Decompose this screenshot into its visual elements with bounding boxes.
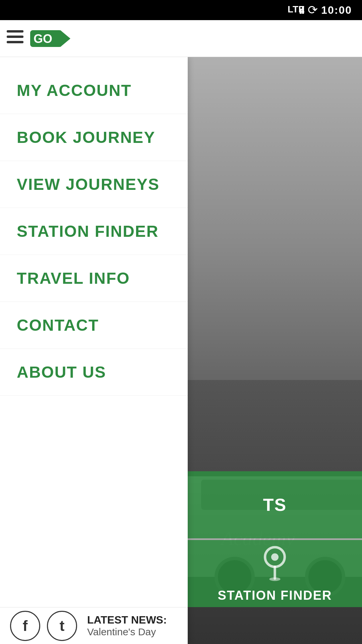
signal-icon: LTE	[288, 2, 304, 18]
status-icons: LTE ⟳ 10:00	[288, 2, 352, 18]
svg-text:GO: GO	[34, 32, 52, 46]
svg-point-10	[271, 553, 279, 560]
sidebar-item-station-finder[interactable]: STATION FINDER	[0, 208, 188, 255]
right-panel: Academy TS STATION FINDER	[188, 57, 362, 644]
sidebar-item-my-account[interactable]: MY ACCOUNT	[0, 67, 188, 114]
sidebar-item-contact[interactable]: CONTACT	[0, 302, 188, 349]
hamburger-menu-icon[interactable]	[7, 30, 23, 47]
svg-rect-5	[7, 41, 23, 43]
svg-text:LTE: LTE	[288, 4, 304, 14]
latest-news: LATEST NEWS: Valentine's Day	[87, 614, 167, 638]
facebook-button[interactable]: f	[10, 611, 40, 641]
sidebar-item-label-my-account: MY ACCOUNT	[17, 81, 132, 100]
clock: 10:00	[321, 4, 352, 16]
twitter-icon: t	[60, 618, 65, 634]
sidebar: MY ACCOUNTBOOK JOURNEYVIEW JOURNEYSSTATI…	[0, 57, 188, 644]
sidebar-item-label-station-finder: STATION FINDER	[17, 222, 159, 240]
svg-point-12	[269, 577, 281, 581]
sidebar-item-book-journey[interactable]: BOOK JOURNEY	[0, 114, 188, 161]
sky	[188, 57, 362, 380]
sidebar-item-view-journeys[interactable]: VIEW JOURNEYS	[0, 161, 188, 208]
sidebar-item-label-view-journeys: VIEW JOURNEYS	[17, 175, 160, 194]
sidebar-bottom: f t LATEST NEWS: Valentine's Day	[0, 607, 188, 644]
sidebar-item-label-book-journey: BOOK JOURNEY	[17, 128, 155, 147]
station-finder-label: STATION FINDER	[218, 588, 332, 603]
svg-rect-4	[7, 36, 23, 38]
go-logo-svg: GO	[30, 27, 70, 50]
station-finder-button[interactable]: STATION FINDER	[188, 540, 362, 607]
latest-news-subtitle: Valentine's Day	[87, 626, 167, 638]
header: GO	[0, 20, 362, 57]
journeys-button[interactable]: TS	[188, 471, 362, 538]
twitter-button[interactable]: t	[47, 611, 77, 641]
sidebar-item-label-about-us: ABOUT US	[17, 363, 106, 381]
status-bar: LTE ⟳ 10:00	[0, 0, 362, 20]
facebook-icon: f	[23, 618, 28, 634]
right-bottom-buttons: TS STATION FINDER	[188, 471, 362, 607]
journeys-partial-label: TS	[263, 495, 287, 515]
sidebar-item-label-contact: CONTACT	[17, 316, 99, 334]
sidebar-item-label-travel-info: TRAVEL INFO	[17, 269, 130, 287]
sync-icon: ⟳	[308, 3, 318, 17]
sidebar-item-travel-info[interactable]: TRAVEL INFO	[0, 255, 188, 302]
logo: GO	[30, 27, 70, 50]
location-pin-icon	[258, 545, 292, 582]
svg-marker-8	[60, 30, 70, 47]
main-container: MY ACCOUNTBOOK JOURNEYVIEW JOURNEYSSTATI…	[0, 57, 362, 644]
svg-rect-2	[302, 7, 304, 14]
svg-rect-3	[7, 30, 23, 33]
svg-rect-1	[300, 9, 302, 14]
sidebar-item-about-us[interactable]: ABOUT US	[0, 349, 188, 396]
menu-items-container: MY ACCOUNTBOOK JOURNEYVIEW JOURNEYSSTATI…	[0, 67, 188, 396]
latest-news-title: LATEST NEWS:	[87, 614, 167, 626]
